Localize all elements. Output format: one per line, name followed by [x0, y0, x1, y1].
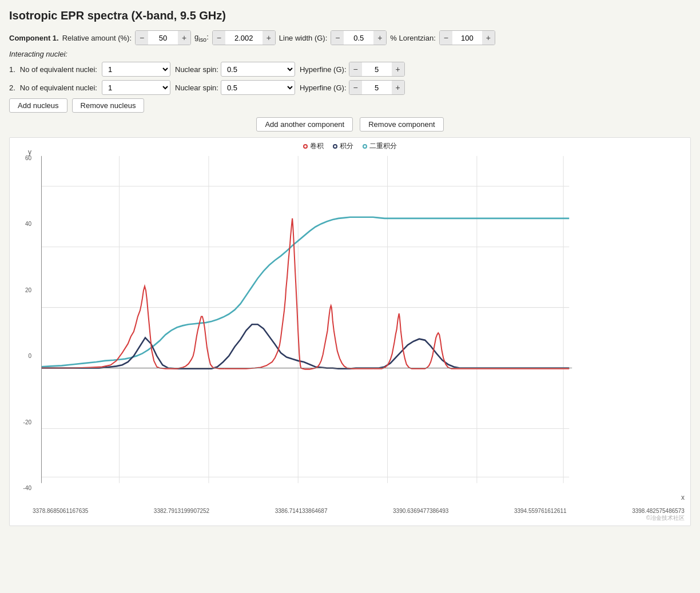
y-tick-20: 20: [13, 287, 31, 293]
nucleus-2-equiv-label: No of equivalent nuclei:: [20, 83, 97, 92]
lorentzian-plus[interactable]: +: [482, 31, 495, 45]
x-tick-6: 3398.482575486573: [632, 508, 685, 514]
x-tick-3: 3386.714133864687: [275, 508, 328, 514]
giso-label: giso:: [194, 33, 209, 43]
x-tick-2: 3382.7913199907252: [154, 508, 209, 514]
nucleus-1-spin-group: Nuclear spin: 0.511.5: [175, 62, 295, 77]
watermark: ©冶金技术社区: [646, 514, 685, 522]
y-tick-0: 0: [13, 353, 31, 359]
nucleus-2-hyp-input[interactable]: [362, 81, 392, 94]
y-tick-60: 60: [13, 155, 31, 161]
add-component-button[interactable]: Add another component: [256, 117, 353, 132]
component-controls: Component 1. Relative amount (%): − + gi…: [9, 30, 691, 45]
relative-amount-input[interactable]: [148, 31, 178, 45]
nucleus-1-spin-select[interactable]: 0.511.5: [221, 62, 295, 77]
chart-area: 卷积 积分 二重积分 y: [9, 137, 691, 526]
giso-minus[interactable]: −: [213, 31, 225, 45]
linewidth-control: − +: [331, 30, 387, 45]
add-nucleus-button[interactable]: Add nucleus: [9, 98, 67, 113]
component-label: Component 1.: [9, 34, 59, 42]
giso-control: − +: [212, 30, 276, 45]
nucleus-row-2: 2. No of equivalent nuclei: 123 Nuclear …: [9, 80, 691, 95]
nucleus-2-spin-select[interactable]: 0.511.5: [221, 80, 295, 95]
giso-input[interactable]: [225, 31, 262, 45]
nucleus-1-hyp-group: Hyperfine (G): − +: [300, 62, 405, 77]
nucleus-1-index: 1.: [9, 65, 15, 74]
x-tick-5: 3394.559761612611: [514, 508, 567, 514]
nucleus-2-equiv-select[interactable]: 123: [102, 80, 170, 95]
lorentzian-label: % Lorentzian:: [390, 34, 436, 42]
nucleus-2-hyp-minus[interactable]: −: [349, 81, 362, 94]
x-tick-1: 3378.8685061167635: [33, 508, 88, 514]
nucleus-1-hyp-label: Hyperfine (G):: [300, 65, 347, 74]
y-ticks: 60 40 20 0 -20 -40: [13, 155, 31, 491]
component-buttons: Add another component Remove component: [9, 117, 691, 132]
lorentzian-control: − +: [439, 30, 495, 45]
y-tick-40: 40: [13, 221, 31, 227]
nucleus-row-1: 1. No of equivalent nuclei: 123 Nuclear …: [9, 62, 691, 77]
nucleus-1-hyp-plus[interactable]: +: [392, 62, 404, 76]
nucleus-2-spin-label: Nuclear spin:: [175, 83, 218, 92]
giso-plus[interactable]: +: [262, 31, 275, 45]
y-tick-neg20: -20: [13, 419, 31, 425]
nucleus-1-equiv-select[interactable]: 123: [102, 62, 170, 77]
linewidth-label: Line width (G):: [279, 34, 328, 42]
nucleus-1-spin-label: Nuclear spin:: [175, 65, 218, 74]
y-tick-neg40: -40: [13, 485, 31, 491]
nucleus-2-hyp-control: − +: [349, 80, 405, 95]
nucleus-2-hyp-label: Hyperfine (G):: [300, 83, 347, 92]
nucleus-1-hyp-control: − +: [349, 62, 405, 77]
nucleus-2-hyp-plus[interactable]: +: [392, 81, 404, 94]
linewidth-input[interactable]: [344, 31, 373, 45]
linewidth-minus[interactable]: −: [331, 31, 344, 45]
remove-component-button[interactable]: Remove component: [360, 117, 443, 132]
chart-svg: [10, 138, 690, 526]
nucleus-1-equiv-label: No of equivalent nuclei:: [20, 65, 97, 74]
nucleus-1-hyp-input[interactable]: [362, 62, 392, 76]
nucleus-buttons: Add nucleus Remove nucleus: [9, 98, 691, 113]
lorentzian-minus[interactable]: −: [440, 31, 452, 45]
nucleus-2-hyp-group: Hyperfine (G): − +: [300, 80, 405, 95]
page-title: Isotropic EPR spectra (X-band, 9.5 GHz): [9, 9, 691, 22]
x-ticks: 3378.8685061167635 3382.7913199907252 33…: [33, 508, 685, 514]
remove-nucleus-button[interactable]: Remove nucleus: [72, 98, 145, 113]
nucleus-2-index: 2.: [9, 83, 15, 92]
linewidth-plus[interactable]: +: [373, 31, 386, 45]
relative-amount-control: − +: [135, 30, 191, 45]
interacting-nuclei-label: Interacting nuclei:: [9, 50, 691, 58]
nucleus-1-hyp-minus[interactable]: −: [349, 62, 362, 76]
relative-amount-plus[interactable]: +: [178, 31, 190, 45]
relative-amount-label: Relative amount (%):: [62, 34, 132, 42]
x-tick-4: 3390.6369477386493: [393, 508, 448, 514]
x-axis-label: x: [681, 493, 685, 502]
lorentzian-input[interactable]: [452, 31, 482, 45]
relative-amount-minus[interactable]: −: [136, 31, 148, 45]
nucleus-2-spin-group: Nuclear spin: 0.511.5: [175, 80, 295, 95]
